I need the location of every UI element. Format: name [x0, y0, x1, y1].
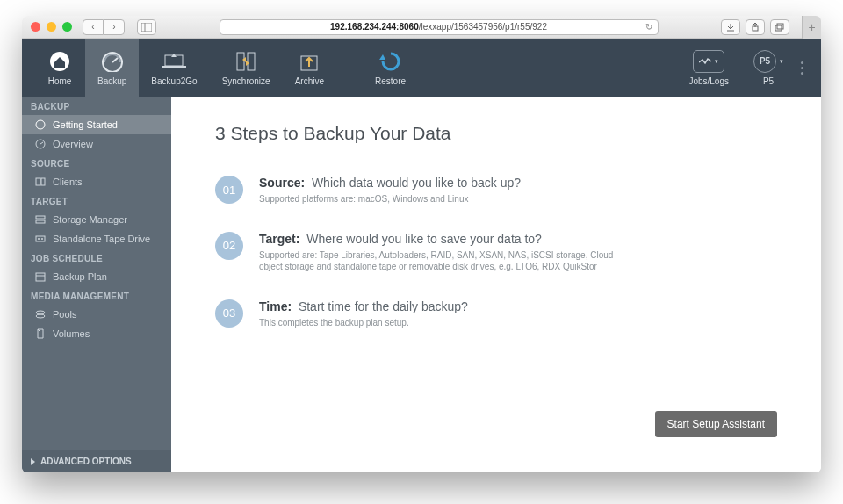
step-source: 01 Source: Which data would you like to … — [215, 176, 777, 205]
step-subtext: Supported are: Tape Libraries, Autoloade… — [259, 249, 637, 273]
sidebar-item-label: Clients — [53, 176, 83, 187]
step-subtext: Supported platforms are: macOS, Windows … — [259, 193, 521, 205]
doors-icon — [233, 50, 259, 73]
step-badge: 02 — [215, 232, 243, 260]
nav-label: Home — [48, 76, 72, 86]
svg-point-23 — [41, 238, 43, 240]
browser-window: ‹ › 192.168.234.244:8060/lexxapp/1563457… — [22, 16, 821, 472]
step-time: 03 Time: Start time for the daily backup… — [215, 299, 777, 329]
nav-label: Backup — [97, 76, 126, 86]
sidebar-item-storage-manager[interactable]: Storage Manager — [22, 210, 171, 229]
nav-restore[interactable]: Restore — [363, 39, 418, 97]
sidebar-item-standalone-tape[interactable]: Standalone Tape Drive — [22, 229, 171, 248]
svg-rect-21 — [36, 236, 45, 241]
sidebar-item-label: Standalone Tape Drive — [53, 234, 150, 244]
restore-icon — [378, 50, 404, 73]
storage-icon — [34, 214, 47, 225]
header-jobs-logs[interactable]: ▾ Jobs/Logs — [676, 39, 741, 97]
titlebar-right — [721, 19, 789, 35]
volume-icon — [34, 328, 47, 339]
sidebar: BACKUP Getting Started Overview SOURCE C… — [22, 97, 171, 472]
forward-button[interactable]: › — [104, 19, 125, 35]
new-tab-button[interactable]: + — [802, 16, 821, 39]
home-icon — [47, 50, 73, 73]
step-heading: Target: Where would you like to save you… — [259, 232, 637, 246]
svg-line-8 — [112, 58, 118, 62]
svg-rect-10 — [162, 66, 186, 68]
sidebar-item-clients[interactable]: Clients — [22, 172, 171, 191]
start-setup-button[interactable]: Start Setup Assistant — [655, 411, 777, 437]
svg-rect-24 — [36, 273, 45, 281]
titlebar: ‹ › 192.168.234.244:8060/lexxapp/1563457… — [22, 16, 821, 39]
app-body: BACKUP Getting Started Overview SOURCE C… — [22, 97, 821, 472]
sidebar-item-label: Volumes — [53, 328, 90, 339]
sidebar-item-label: Backup Plan — [53, 271, 107, 282]
svg-rect-11 — [237, 53, 244, 70]
page-title: 3 Steps to Backup Your Data — [215, 123, 777, 144]
tabs-button[interactable] — [770, 19, 789, 35]
traffic-lights[interactable] — [31, 22, 72, 32]
close-icon[interactable] — [31, 22, 40, 32]
laptop-up-icon — [161, 50, 187, 73]
sidebar-header-backup: BACKUP — [22, 97, 171, 115]
nav-backup[interactable]: Backup — [85, 39, 139, 97]
tape-icon — [34, 234, 47, 244]
nav-home[interactable]: Home — [34, 39, 85, 97]
svg-point-27 — [36, 314, 45, 318]
svg-rect-20 — [36, 220, 45, 223]
zoom-icon[interactable] — [62, 22, 72, 32]
svg-point-22 — [38, 238, 40, 240]
downloads-button[interactable] — [721, 19, 740, 35]
p5-icon: P5 — [753, 50, 776, 73]
chevron-right-icon — [31, 458, 35, 465]
activity-icon: ▾ — [693, 50, 724, 73]
sidebar-advanced-options[interactable]: ADVANCED OPTIONS — [22, 450, 171, 472]
address-bar[interactable]: 192.168.234.244:8060/lexxapp/1563457956/… — [220, 19, 659, 35]
address-host: 192.168.234.244:8060 — [330, 22, 419, 32]
reload-icon[interactable]: ↻ — [645, 22, 652, 32]
sidebar-footer-label: ADVANCED OPTIONS — [40, 457, 132, 466]
sidebar-item-backup-plan[interactable]: Backup Plan — [22, 267, 171, 286]
gauge-small-icon — [34, 139, 47, 149]
sidebar-item-label: Pools — [53, 309, 77, 320]
app-header: Home Backup Backup2Go Synchronize Archiv — [22, 39, 821, 97]
sidebar-header-source: SOURCE — [22, 154, 171, 172]
sidebar-item-pools[interactable]: Pools — [22, 305, 171, 324]
svg-rect-4 — [775, 25, 782, 31]
svg-line-16 — [40, 142, 43, 144]
sidebar-item-overview[interactable]: Overview — [22, 134, 171, 154]
header-p5[interactable]: P5 ▾ P5 — [741, 39, 796, 97]
address-path: /lexxapp/1563457956/p1/r55/922 — [419, 22, 547, 32]
sidebar-toggle[interactable] — [137, 19, 156, 35]
svg-rect-12 — [248, 53, 255, 70]
header-overflow[interactable] — [796, 61, 809, 75]
nav-label: Jobs/Logs — [688, 76, 729, 86]
step-subtext: This completes the backup plan setup. — [259, 317, 468, 329]
share-button[interactable] — [746, 19, 765, 35]
svg-rect-19 — [36, 216, 45, 219]
clients-icon — [34, 176, 47, 187]
svg-rect-18 — [41, 178, 45, 185]
address-bar-wrap: 192.168.234.244:8060/lexxapp/1563457956/… — [163, 19, 714, 35]
svg-point-14 — [36, 120, 45, 129]
main-content: 3 Steps to Backup Your Data 01 Source: W… — [171, 97, 821, 472]
step-heading: Time: Start time for the daily backup? — [259, 299, 468, 313]
nav-backup2go[interactable]: Backup2Go — [139, 39, 209, 97]
nav-archive[interactable]: Archive — [283, 39, 336, 97]
stack-icon — [34, 309, 47, 320]
step-badge: 03 — [215, 299, 243, 328]
step-target: 02 Target: Where would you like to save … — [215, 232, 777, 273]
back-button[interactable]: ‹ — [83, 19, 104, 35]
sidebar-item-getting-started[interactable]: Getting Started — [22, 115, 171, 134]
sidebar-item-label: Storage Manager — [53, 214, 127, 225]
nav-label: Restore — [375, 76, 406, 86]
sidebar-item-label: Getting Started — [53, 119, 118, 130]
sidebar-header-job-schedule: JOB SCHEDULE — [22, 248, 171, 267]
sidebar-item-volumes[interactable]: Volumes — [22, 324, 171, 343]
step-heading: Source: Which data would you like to bac… — [259, 176, 521, 190]
sidebar-item-label: Overview — [53, 139, 93, 149]
nav-buttons: ‹ › — [83, 19, 125, 35]
nav-synchronize[interactable]: Synchronize — [210, 39, 283, 97]
svg-point-26 — [36, 311, 45, 314]
minimize-icon[interactable] — [47, 22, 56, 32]
